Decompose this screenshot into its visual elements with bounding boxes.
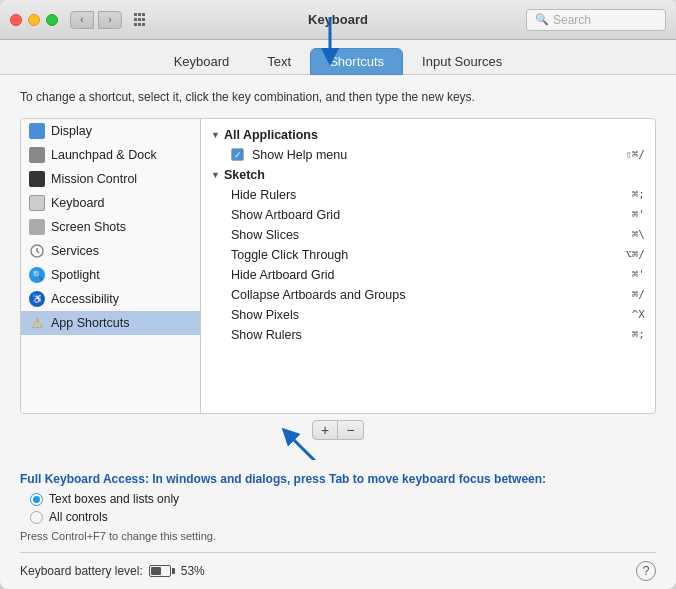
- nav-buttons: ‹ ›: [70, 11, 122, 29]
- battery-bar: Keyboard battery level: 53% ?: [20, 552, 656, 581]
- battery-label: Keyboard battery level:: [20, 564, 143, 578]
- search-box[interactable]: 🔍 Search: [526, 9, 666, 31]
- sidebar-label-screenshots: Screen Shots: [51, 220, 126, 234]
- keyboard-icon: [29, 195, 45, 211]
- sidebar-item-launchpad[interactable]: Launchpad & Dock: [21, 143, 200, 167]
- sidebar-item-appshortcuts[interactable]: ⚠ App Shortcuts: [21, 311, 200, 335]
- launchpad-icon: [29, 147, 45, 163]
- group-sketch[interactable]: ▼ Sketch: [201, 165, 655, 185]
- sidebar-item-services[interactable]: Services: [21, 239, 200, 263]
- main-panel: Display Launchpad & Dock Mission Control…: [20, 118, 656, 414]
- screenshots-icon: [29, 219, 45, 235]
- sidebar-item-spotlight[interactable]: 🔍 Spotlight: [21, 263, 200, 287]
- radio-inner: [33, 496, 40, 503]
- keyboard-preferences-window: ‹ › Keyboard 🔍 Search Keyboard Text Shor…: [0, 0, 676, 589]
- shortcut-row-show-artboard-grid[interactable]: Show Artboard Grid ⌘': [201, 205, 655, 225]
- shortcut-name-hide-rulers: Hide Rulers: [231, 188, 296, 202]
- radio-text-boxes-circle: [30, 493, 43, 506]
- triangle-icon: ▼: [211, 130, 220, 140]
- sidebar-label-accessibility: Accessibility: [51, 292, 119, 306]
- sidebar-item-mission[interactable]: Mission Control: [21, 167, 200, 191]
- shortcut-label-show-help: ✓ Show Help menu: [231, 148, 347, 162]
- shortcut-row-show-help[interactable]: ✓ Show Help menu ⇧⌘/: [201, 145, 655, 165]
- titlebar: ‹ › Keyboard 🔍 Search: [0, 0, 676, 40]
- checkbox-show-help[interactable]: ✓: [231, 148, 244, 161]
- shortcut-row-show-rulers[interactable]: Show Rulers ⌘;: [201, 325, 655, 345]
- add-remove-bar: + −: [20, 414, 656, 446]
- sidebar-label-keyboard: Keyboard: [51, 196, 105, 210]
- sidebar-label-display: Display: [51, 124, 92, 138]
- shortcut-name-show-artboard-grid: Show Artboard Grid: [231, 208, 340, 222]
- search-placeholder: Search: [553, 13, 591, 27]
- sidebar-label-services: Services: [51, 244, 99, 258]
- appshortcuts-icon: ⚠: [29, 315, 45, 331]
- tabs-bar: Keyboard Text Shortcuts Input Sources: [0, 40, 676, 75]
- help-button[interactable]: ?: [636, 561, 656, 581]
- minimize-button[interactable]: [28, 14, 40, 26]
- radio-all-controls-circle: [30, 511, 43, 524]
- tab-input-sources[interactable]: Input Sources: [403, 48, 521, 75]
- battery-fill: [151, 567, 161, 575]
- shortcut-row-hide-artboard-grid[interactable]: Hide Artboard Grid ⌘': [201, 265, 655, 285]
- battery-percent: 53%: [181, 564, 205, 578]
- shortcut-key-show-artboard-grid: ⌘': [632, 208, 645, 221]
- shortcut-name-show-rulers: Show Rulers: [231, 328, 302, 342]
- radio-all-controls-label: All controls: [49, 510, 108, 524]
- shortcut-key-show-help: ⇧⌘/: [625, 148, 645, 161]
- shortcut-name-show-slices: Show Slices: [231, 228, 299, 242]
- traffic-lights: [10, 14, 58, 26]
- radio-group: Text boxes and lists only All controls: [30, 492, 656, 524]
- radio-text-boxes-label: Text boxes and lists only: [49, 492, 179, 506]
- window-title: Keyboard: [308, 12, 368, 27]
- battery-tip: [172, 568, 175, 574]
- group-all-applications-label: All Applications: [224, 128, 318, 142]
- sidebar-label-spotlight: Spotlight: [51, 268, 100, 282]
- shortcut-name-toggle-click: Toggle Click Through: [231, 248, 348, 262]
- sidebar-label-launchpad: Launchpad & Dock: [51, 148, 157, 162]
- sidebar-item-display[interactable]: Display: [21, 119, 200, 143]
- full-kb-label: Full Keyboard Access: In windows and dia…: [20, 472, 656, 486]
- sidebar-item-accessibility[interactable]: ♿ Accessibility: [21, 287, 200, 311]
- shortcut-row-show-slices[interactable]: Show Slices ⌘\: [201, 225, 655, 245]
- group-all-applications[interactable]: ▼ All Applications: [201, 125, 655, 145]
- remove-shortcut-button[interactable]: −: [338, 420, 364, 440]
- content-area: To change a shortcut, select it, click t…: [0, 75, 676, 460]
- bottom-section: Full Keyboard Access: In windows and dia…: [0, 460, 676, 589]
- sidebar-item-keyboard[interactable]: Keyboard: [21, 191, 200, 215]
- back-button[interactable]: ‹: [70, 11, 94, 29]
- shortcut-row-collapse-artboards[interactable]: Collapse Artboards and Groups ⌘/: [201, 285, 655, 305]
- shortcut-row-hide-rulers[interactable]: Hide Rulers ⌘;: [201, 185, 655, 205]
- shortcut-key-show-rulers: ⌘;: [632, 328, 645, 341]
- accessibility-icon: ♿: [29, 291, 45, 307]
- search-icon: 🔍: [535, 13, 549, 26]
- shortcut-row-show-pixels[interactable]: Show Pixels ^X: [201, 305, 655, 325]
- sidebar-item-screenshots[interactable]: Screen Shots: [21, 215, 200, 239]
- radio-all-controls[interactable]: All controls: [30, 510, 656, 524]
- shortcut-key-show-pixels: ^X: [632, 308, 645, 321]
- shortcut-key-collapse-artboards: ⌘/: [632, 288, 645, 301]
- radio-text-boxes[interactable]: Text boxes and lists only: [30, 492, 656, 506]
- maximize-button[interactable]: [46, 14, 58, 26]
- shortcut-key-hide-artboard-grid: ⌘': [632, 268, 645, 281]
- forward-button[interactable]: ›: [98, 11, 122, 29]
- shortcut-key-toggle-click: ⌥⌘/: [625, 248, 645, 261]
- shortcuts-panel: ▼ All Applications ✓ Show Help menu ⇧⌘/ …: [201, 119, 655, 413]
- shortcut-name-collapse-artboards: Collapse Artboards and Groups: [231, 288, 405, 302]
- tab-keyboard[interactable]: Keyboard: [155, 48, 249, 75]
- battery-body: [149, 565, 171, 577]
- sidebar-label-mission: Mission Control: [51, 172, 137, 186]
- tab-text[interactable]: Text: [248, 48, 310, 75]
- sidebar: Display Launchpad & Dock Mission Control…: [21, 119, 201, 413]
- sidebar-label-appshortcuts: App Shortcuts: [51, 316, 130, 330]
- grid-icon[interactable]: [134, 13, 148, 27]
- shortcut-key-hide-rulers: ⌘;: [632, 188, 645, 201]
- mission-icon: [29, 171, 45, 187]
- shortcut-key-show-slices: ⌘\: [632, 228, 645, 241]
- tab-shortcuts[interactable]: Shortcuts: [310, 48, 403, 75]
- shortcut-name-show-help: Show Help menu: [252, 148, 347, 162]
- close-button[interactable]: [10, 14, 22, 26]
- add-shortcut-button[interactable]: +: [312, 420, 338, 440]
- shortcut-row-toggle-click[interactable]: Toggle Click Through ⌥⌘/: [201, 245, 655, 265]
- shortcut-name-show-pixels: Show Pixels: [231, 308, 299, 322]
- battery-icon: [149, 565, 175, 577]
